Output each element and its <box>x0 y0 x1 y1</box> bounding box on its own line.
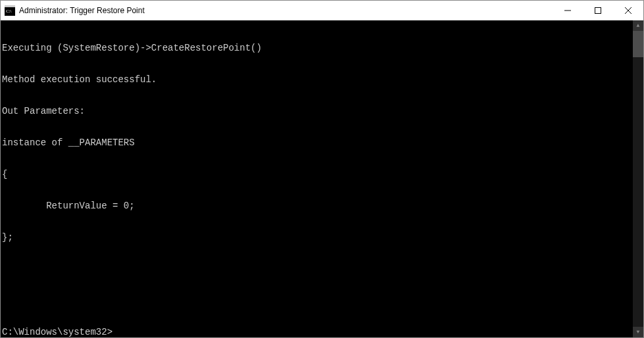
window-title: Administrator: Trigger Restore Point <box>19 6 553 15</box>
maximize-button[interactable] <box>583 1 613 20</box>
console-line <box>2 295 643 306</box>
console-prompt: C:\Windows\system32> <box>2 327 643 337</box>
scroll-thumb[interactable] <box>633 31 643 57</box>
scroll-up-arrow-icon[interactable]: ▲ <box>633 20 643 31</box>
console-line: instance of __PARAMETERS <box>2 137 643 148</box>
console-line: ReturnValue = 0; <box>2 201 643 211</box>
console-line: }; <box>2 232 643 243</box>
minimize-button[interactable] <box>553 1 583 20</box>
window-controls <box>553 1 643 20</box>
svg-rect-1 <box>5 5 15 7</box>
console-line: { <box>2 169 643 180</box>
cmd-icon: C:\ <box>5 5 15 16</box>
titlebar[interactable]: C:\ Administrator: Trigger Restore Point <box>1 1 643 20</box>
console-line: Executing (SystemRestore)->CreateRestore… <box>2 43 643 53</box>
console-line <box>2 264 643 274</box>
svg-text:C:\: C:\ <box>6 9 12 14</box>
svg-rect-4 <box>595 8 601 14</box>
console-line: Method execution successful. <box>2 74 643 85</box>
console-line: Out Parameters: <box>2 106 643 116</box>
console-window: C:\ Administrator: Trigger Restore Point… <box>0 0 644 338</box>
close-button[interactable] <box>613 1 643 20</box>
vertical-scrollbar[interactable]: ▲ ▼ <box>633 20 643 337</box>
scroll-down-arrow-icon[interactable]: ▼ <box>633 327 643 337</box>
console-area[interactable]: Executing (SystemRestore)->CreateRestore… <box>1 20 643 337</box>
